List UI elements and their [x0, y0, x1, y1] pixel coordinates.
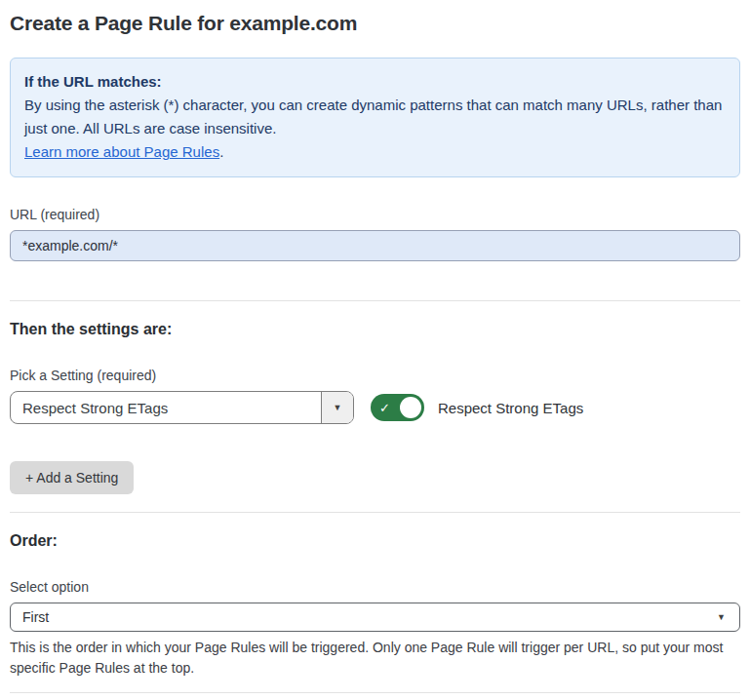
check-icon: ✓	[379, 402, 390, 414]
order-help-text: This is the order in which your Page Rul…	[10, 638, 736, 679]
learn-more-link[interactable]: Learn more about Page Rules	[24, 143, 219, 160]
setting-select-arrow-button[interactable]: ▼	[321, 392, 353, 423]
pick-setting-label: Pick a Setting (required)	[10, 368, 740, 383]
setting-toggle[interactable]: ✓	[371, 394, 424, 421]
page-title: Create a Page Rule for example.com	[10, 12, 740, 35]
divider	[10, 512, 740, 513]
url-match-info-box: If the URL matches: By using the asteris…	[10, 58, 740, 177]
divider	[10, 300, 740, 301]
url-input[interactable]	[10, 230, 740, 261]
divider	[10, 692, 740, 693]
info-box-body: By using the asterisk (*) character, you…	[24, 94, 726, 140]
setting-select[interactable]: Respect Strong ETags ▼	[10, 391, 354, 424]
toggle-knob	[400, 397, 421, 418]
create-page-rule-form: Create a Page Rule for example.com If th…	[0, 0, 750, 700]
caret-down-icon: ▼	[334, 404, 342, 412]
url-field-label: URL (required)	[10, 207, 740, 222]
link-suffix: .	[219, 143, 223, 160]
order-select-label: Select option	[10, 579, 740, 595]
add-setting-button[interactable]: + Add a Setting	[10, 461, 134, 494]
settings-section-heading: Then the settings are:	[10, 321, 740, 338]
setting-select-value: Respect Strong ETags	[11, 392, 321, 423]
info-box-heading: If the URL matches:	[24, 70, 726, 94]
caret-down-icon: ▼	[717, 613, 726, 622]
order-select-value: First	[22, 609, 717, 625]
toggle-label: Respect Strong ETags	[438, 400, 583, 416]
setting-row: Respect Strong ETags ▼ ✓ Respect Strong …	[10, 391, 740, 424]
order-section-heading: Order:	[10, 532, 740, 550]
info-box-link-line: Learn more about Page Rules.	[24, 140, 726, 164]
order-select[interactable]: First ▼	[10, 603, 740, 632]
